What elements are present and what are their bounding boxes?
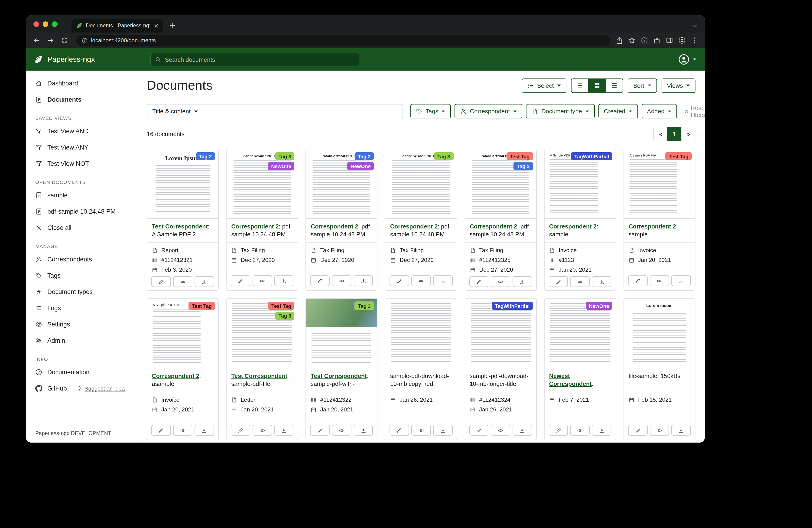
tag-badge[interactable]: NewOne xyxy=(347,162,374,170)
sidebar-item-settings[interactable]: Settings xyxy=(26,316,137,332)
tag-badge[interactable]: Tag 2 xyxy=(514,162,533,170)
added-filter-button[interactable]: Added xyxy=(642,104,677,118)
document-card[interactable]: Test TagTag 3 Test Correspondent: sample… xyxy=(226,298,298,440)
view-details-button[interactable] xyxy=(605,78,623,92)
views-button[interactable]: Views xyxy=(661,78,695,92)
view-button[interactable] xyxy=(332,275,351,286)
zoom-window-button[interactable] xyxy=(52,22,58,27)
view-button[interactable] xyxy=(252,275,272,286)
correspondent-link[interactable]: Correspondent 2 xyxy=(549,223,597,230)
tag-badge[interactable]: Test Tag xyxy=(507,152,533,160)
document-type-filter-button[interactable]: Document type xyxy=(526,104,594,118)
edit-button[interactable] xyxy=(549,425,568,436)
view-button[interactable] xyxy=(411,275,431,286)
view-grid-button[interactable] xyxy=(588,78,606,92)
download-button[interactable] xyxy=(433,425,452,436)
edit-button[interactable] xyxy=(390,275,409,286)
download-button[interactable] xyxy=(274,275,293,286)
document-card[interactable]: TagWithPartial sample-pdf-download-10-mb… xyxy=(464,298,536,440)
document-card[interactable]: Adobe Acrobat PDF Files Tag 3 Correspond… xyxy=(385,148,457,291)
global-search-input[interactable] xyxy=(165,56,355,63)
document-card[interactable]: Lorem ipsum file-sample_150kBs Feb 15, 2… xyxy=(624,298,695,440)
document-thumbnail[interactable]: Test TagTag 3 xyxy=(227,299,298,368)
site-info-icon[interactable] xyxy=(82,38,88,43)
close-window-button[interactable] xyxy=(33,22,39,27)
app-logo[interactable]: Paperless-ngx xyxy=(26,55,137,64)
global-search[interactable] xyxy=(150,53,359,66)
tag-badge[interactable]: Test Tag xyxy=(268,302,294,310)
document-thumbnail[interactable]: Adobe Acrobat PDF Files Tag 2NewOne xyxy=(306,149,377,219)
document-thumbnail[interactable]: Lorem Ipsum Tag 2 xyxy=(147,149,218,219)
sidebar-item-documentation[interactable]: ? Documentation xyxy=(26,364,137,380)
reset-filters-button[interactable]: × Reset filters xyxy=(684,104,705,118)
sidebar-item-correspondents[interactable]: Correspondents xyxy=(26,251,137,268)
document-thumbnail[interactable]: Adobe Acrobat PDF Files Tag 3 xyxy=(386,149,456,219)
download-button[interactable] xyxy=(274,425,293,436)
tag-badge[interactable]: TagWithPartial xyxy=(492,302,533,310)
document-card[interactable]: NewOne Newest Correspondent: f_combineds… xyxy=(544,298,616,440)
edit-button[interactable] xyxy=(151,276,171,287)
correspondent-filter-button[interactable]: Correspondent xyxy=(454,104,522,118)
tag-badge[interactable]: Test Tag xyxy=(665,152,692,160)
tab-close-icon[interactable] xyxy=(153,22,160,29)
sidebar-item-document-types[interactable]: # Document types xyxy=(26,284,137,300)
view-button[interactable] xyxy=(491,276,510,287)
download-button[interactable] xyxy=(592,425,611,436)
sidebar-item-test-view-and[interactable]: Test View AND xyxy=(26,123,137,139)
address-bar[interactable]: localhost:4200/documents xyxy=(76,34,610,46)
browser-profile-icon[interactable] xyxy=(678,37,686,44)
download-button[interactable] xyxy=(512,276,532,287)
download-button[interactable] xyxy=(195,425,214,436)
document-thumbnail[interactable]: Tag 3 xyxy=(306,299,377,368)
tag-badge[interactable]: Tag 3 xyxy=(275,312,294,320)
title-content-dropdown[interactable]: Title & content xyxy=(147,104,203,118)
correspondent-link[interactable]: Correspondent 2 xyxy=(152,372,199,380)
document-card[interactable]: Lorem Ipsum Tag 2 Test Correspondent: A … xyxy=(147,148,219,291)
view-list-button[interactable] xyxy=(571,78,589,92)
document-card[interactable]: A Simple PDF File Test Tag Correspondent… xyxy=(147,298,219,440)
view-button[interactable] xyxy=(491,425,510,436)
tag-badge[interactable]: NewOne xyxy=(586,302,612,310)
bookmark-star-icon[interactable] xyxy=(628,37,636,44)
tag-badge[interactable]: Tag 3 xyxy=(434,152,453,160)
filter-text-input[interactable] xyxy=(203,104,403,118)
tag-badge[interactable]: Test Tag xyxy=(189,302,215,310)
edit-button[interactable] xyxy=(390,425,409,436)
page-1-button[interactable]: 1 xyxy=(667,127,682,141)
document-thumbnail[interactable]: Adobe Acrobat PDF Files Test TagTag 2 xyxy=(465,149,536,219)
sidebar-item-test-view-not[interactable]: Test View NOT xyxy=(26,156,137,172)
edit-button[interactable] xyxy=(231,275,250,286)
suggest-an-idea-link[interactable]: Suggest an idea xyxy=(77,385,125,392)
document-thumbnail[interactable]: A Simple PDF File Test Tag xyxy=(147,299,218,368)
correspondent-link[interactable]: Correspondent 2 xyxy=(231,223,279,230)
back-button[interactable] xyxy=(31,34,43,46)
view-button[interactable] xyxy=(411,425,431,436)
sidebar-item-documents[interactable]: Documents xyxy=(26,91,137,108)
correspondent-link[interactable]: Correspondent 2 xyxy=(311,223,359,230)
view-button[interactable] xyxy=(332,425,351,436)
edit-button[interactable] xyxy=(469,276,489,287)
document-thumbnail[interactable]: Adobe Acrobat PDF Files Tag 3NewOne xyxy=(227,149,298,219)
tab-search-chevron-icon[interactable] xyxy=(692,22,698,29)
correspondent-link[interactable]: Test Correspondent xyxy=(152,223,208,230)
download-button[interactable] xyxy=(671,275,691,286)
document-thumbnail[interactable]: TagWithPartial xyxy=(465,299,536,368)
new-tab-button[interactable] xyxy=(169,22,176,29)
sidebar-item-close-all[interactable]: Close all xyxy=(26,220,137,236)
view-button[interactable] xyxy=(650,425,669,436)
tag-badge[interactable]: NewOne xyxy=(268,162,294,170)
document-card[interactable]: Adobe Acrobat PDF Files Tag 2NewOne Corr… xyxy=(306,148,378,291)
browser-menu-icon[interactable] xyxy=(691,37,698,44)
edit-button[interactable] xyxy=(310,425,330,436)
user-menu[interactable] xyxy=(678,53,696,66)
forward-button[interactable] xyxy=(45,34,57,46)
edit-button[interactable] xyxy=(549,276,568,287)
select-button[interactable]: Select xyxy=(522,78,566,92)
document-thumbnail[interactable]: A Simple PDF File Test Tag xyxy=(624,149,695,219)
edit-button[interactable] xyxy=(151,425,171,436)
minimize-window-button[interactable] xyxy=(43,22,48,27)
sidebar-item-logs[interactable]: Logs xyxy=(26,300,137,316)
correspondent-link[interactable]: Correspondent 2 xyxy=(469,223,517,230)
reload-button[interactable] xyxy=(58,34,71,46)
correspondent-link[interactable]: Correspondent 2 xyxy=(390,223,438,230)
